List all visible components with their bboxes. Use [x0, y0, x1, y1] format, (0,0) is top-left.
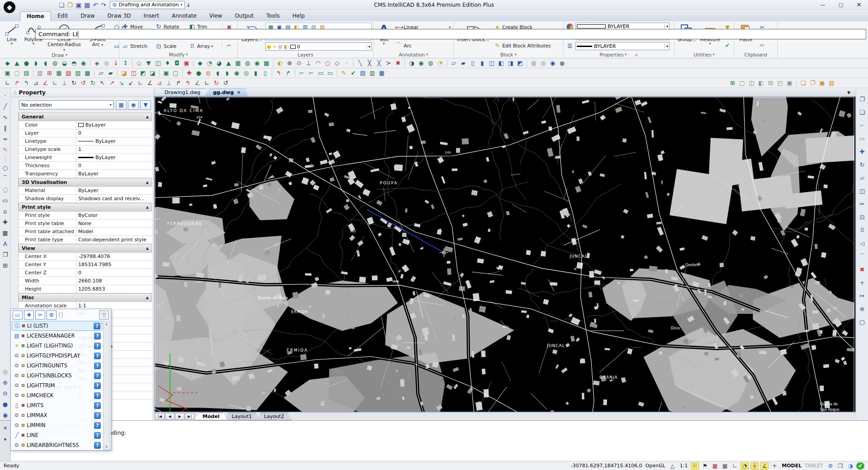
toolbar-icon[interactable]: ▭: [0, 195, 10, 206]
toolbar-icon[interactable]: ◇: [134, 59, 144, 68]
toolbar-icon[interactable]: ⊖: [0, 388, 10, 399]
drawing-tab-Drawing1-dwg[interactable]: Drawing1.dwg: [156, 89, 207, 96]
layer-thaw-icon[interactable]: ✳: [273, 44, 277, 50]
clip-filter-icon[interactable]: ✂: [35, 310, 45, 320]
property-row[interactable]: LinetypeByLayer: [19, 137, 152, 146]
toolbar-icon[interactable]: ❏: [798, 79, 808, 88]
modify-array-button[interactable]: ⠿Array▾: [188, 42, 220, 51]
toolbar-icon[interactable]: ⊕: [285, 59, 294, 68]
toolbar-icon[interactable]: ◗: [31, 59, 41, 68]
toolbar-icon[interactable]: ⠿: [857, 224, 867, 237]
property-value[interactable]: Shadows cast and receiv...: [76, 195, 152, 202]
toolbar-icon[interactable]: ↙: [126, 79, 136, 88]
popup-item-licensemanager[interactable]: ▤LICENSEMANAGER?: [12, 331, 102, 341]
toolbar-icon[interactable]: ✔: [349, 69, 358, 78]
toolbar-icon[interactable]: ↰: [22, 79, 31, 88]
toolbar-icon[interactable]: ◉: [0, 409, 10, 420]
toolbar-icon[interactable]: ╱: [0, 101, 10, 112]
property-row[interactable]: Print style tableNone: [19, 220, 152, 228]
toolbar-icon[interactable]: ↘: [117, 79, 126, 88]
grid-icon[interactable]: ▦: [721, 462, 729, 470]
quick-select-icon[interactable]: ◉: [128, 100, 139, 110]
toolbar-icon[interactable]: ▮: [251, 69, 260, 78]
toolbar-icon[interactable]: ⌒: [857, 250, 867, 263]
toolbar-icon[interactable]: ⌐: [857, 119, 867, 132]
match-properties-button[interactable]: ✏: [758, 41, 767, 50]
arc-dimension-button[interactable]: ⌒Arc: [394, 41, 452, 50]
toolbar-icon[interactable]: ▱: [96, 69, 106, 78]
command-filter-icon[interactable]: ▽: [99, 310, 109, 320]
collapse-icon[interactable]: ▲: [146, 115, 149, 119]
property-section-view[interactable]: View▲: [19, 244, 152, 253]
toolbar-icon[interactable]: ◖: [213, 69, 222, 78]
toolbar-icon[interactable]: ❐: [0, 249, 10, 260]
toolbar-icon[interactable]: ▲: [12, 59, 22, 68]
toolbar-icon[interactable]: ▣: [182, 59, 191, 68]
menu-tab-home[interactable]: Home: [20, 11, 51, 21]
popup-item-lightingunits[interactable]: ⚙LIGHTINGUNITS?: [12, 361, 102, 371]
menu-tab-insert[interactable]: Insert: [137, 11, 165, 21]
toolbar-icon[interactable]: ⌐: [297, 69, 307, 78]
toolbar-icon[interactable]: ◍: [243, 59, 252, 68]
toolbar-icon[interactable]: ◧: [496, 59, 506, 68]
entity-track-icon[interactable]: ∠: [760, 462, 769, 470]
renderer-label[interactable]: OpenGL: [646, 463, 665, 469]
popup-item-limcheck[interactable]: ⚙LIMCHECK?: [12, 390, 102, 400]
toolbar-icon[interactable]: ◘: [172, 59, 182, 68]
toolbar-icon[interactable]: ○: [323, 59, 332, 68]
toolbar-icon[interactable]: ╳: [374, 59, 384, 68]
layer-on-icon[interactable]: ●: [267, 44, 271, 50]
command-history[interactable]: Command: _EXPLAYERSRaster Imaging Extern…: [11, 421, 868, 461]
selection-dropdown[interactable]: No selection ▾: [19, 100, 114, 109]
help-icon[interactable]: ?: [94, 392, 101, 399]
toolbar-icon[interactable]: ∠: [41, 79, 50, 88]
property-value[interactable]: 0: [76, 269, 152, 277]
toolbar-icon[interactable]: ◍: [203, 69, 213, 78]
layer-combo[interactable]: ● ✳ ▦ ◧ 0 ▾: [265, 42, 372, 51]
toolbar-icon[interactable]: ▢: [171, 69, 180, 78]
line-button[interactable]: Line ▾: [1, 22, 22, 52]
scroll-up-icon[interactable]: ∧: [105, 322, 108, 326]
annotation-visibility-icon[interactable]: ⚐: [691, 462, 699, 470]
toolbar-icon[interactable]: ↻: [69, 79, 79, 88]
close-tab-icon[interactable]: ✕: [237, 90, 241, 95]
property-row[interactable]: Center Z0: [19, 269, 152, 277]
modify-stretch-button[interactable]: ▱Stretch: [121, 42, 153, 51]
property-row[interactable]: Linetype scale1: [19, 146, 152, 154]
settings-gear-icon[interactable]: ⚙: [826, 462, 835, 470]
help-icon[interactable]: ?: [94, 382, 101, 389]
toolbar-icon[interactable]: ◔: [435, 59, 445, 68]
toolbar-icon[interactable]: ◕: [214, 59, 224, 68]
toolbar-icon[interactable]: ⊥: [304, 59, 313, 68]
toolbar-icon[interactable]: ∟: [136, 79, 145, 88]
toolbar-icon[interactable]: ◫: [153, 59, 163, 68]
toolbar-icon[interactable]: ▯: [260, 69, 270, 78]
toolbar-icon[interactable]: ✖: [393, 59, 403, 68]
modify-scale-button[interactable]: ⊡Scale: [154, 42, 187, 51]
toolbar-icon[interactable]: ⊞: [45, 69, 54, 78]
property-value[interactable]: ByLayer: [76, 137, 152, 145]
toolbar-icon[interactable]: ◎: [102, 59, 111, 68]
toolbar-icon[interactable]: ●: [22, 59, 31, 68]
menu-tab-output[interactable]: Output: [228, 11, 260, 21]
toolbar-icon[interactable]: ⌂: [0, 206, 10, 216]
toolbar-icon[interactable]: ↱: [12, 79, 22, 88]
collapse-icon[interactable]: ▲: [146, 246, 149, 250]
toolbar-icon[interactable]: ▩: [262, 59, 271, 68]
toolbar-icon[interactable]: ▭: [857, 132, 867, 145]
panel-label-annotation[interactable]: Annotation▾: [375, 51, 452, 58]
toolbar-icon[interactable]: ✖: [857, 263, 867, 276]
toolbar-icon[interactable]: ◫: [487, 59, 496, 68]
toolbar-icon[interactable]: ▩: [83, 69, 92, 78]
toolbar-icon[interactable]: ⊥: [60, 79, 69, 88]
panel-label-draw[interactable]: Draw▾: [1, 52, 118, 58]
scroll-down-icon[interactable]: ∨: [105, 445, 108, 449]
property-value[interactable]: 2660.108: [76, 277, 152, 285]
property-section-print-style[interactable]: Print style▲: [19, 203, 152, 212]
property-row[interactable]: LineweightByLayer: [19, 154, 152, 162]
toolbar-icon[interactable]: ≈: [0, 133, 10, 144]
toolbar-icon[interactable]: ◧: [756, 79, 766, 88]
toolbar-icon[interactable]: ↱: [283, 69, 293, 78]
toolbar-icon[interactable]: ◰: [775, 79, 785, 88]
property-value[interactable]: ByLayer: [76, 121, 152, 129]
